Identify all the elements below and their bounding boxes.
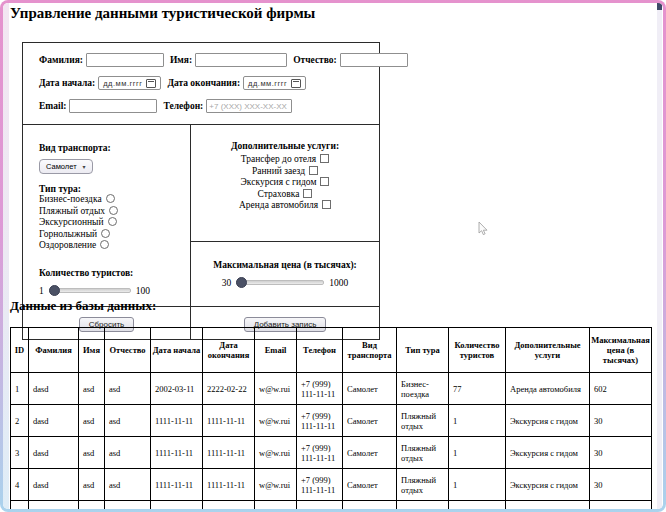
- table-cell: dasd: [29, 501, 79, 510]
- table-cell: Экскурсия с гидом: [506, 501, 590, 510]
- checkbox-icon[interactable]: [320, 177, 329, 186]
- tour-form: Фамилия: Имя: Отчество: Дата начала: дд.…: [22, 42, 380, 340]
- table-cell: +7 (999) 111-11-11: [297, 501, 343, 510]
- phone-input[interactable]: [206, 99, 292, 113]
- services-label: Дополнительные услуги:: [199, 141, 371, 151]
- lastname-input[interactable]: [86, 53, 164, 67]
- checkbox-icon[interactable]: [320, 154, 329, 163]
- date-placeholder: дд.мм.гггг: [103, 79, 142, 88]
- table-cell: +7 (999) 111-11-11: [297, 469, 343, 501]
- start-date-input[interactable]: дд.мм.гггг: [98, 76, 161, 90]
- tourists-slider-thumb[interactable]: [49, 285, 60, 296]
- price-max: 1000: [329, 278, 348, 288]
- table-cell: 2: [11, 405, 29, 437]
- table-cell: w@w.rui: [255, 501, 297, 510]
- firstname-input[interactable]: [195, 53, 287, 67]
- email-label: Email:: [39, 101, 66, 111]
- lastname-label: Фамилия:: [39, 55, 83, 65]
- tour-type-option[interactable]: Оздоровление: [39, 240, 184, 252]
- price-slider[interactable]: [236, 280, 324, 285]
- table-cell: Пляжный отдых: [397, 405, 449, 437]
- table-cell: asd: [79, 469, 105, 501]
- service-option-label: Аренда автомобиля: [239, 200, 318, 210]
- tourists-max: 100: [136, 286, 150, 296]
- calendar-icon[interactable]: [146, 79, 156, 88]
- transport-select[interactable]: Самолет ▾: [39, 159, 93, 174]
- table-cell: 1111-11-11: [203, 469, 255, 501]
- table-cell: 1111-11-11: [203, 405, 255, 437]
- radio-icon[interactable]: [109, 206, 118, 215]
- phone-label: Телефон:: [163, 101, 203, 111]
- tour-type-option[interactable]: Бизнес-поездка: [39, 194, 184, 206]
- start-date-label: Дата начала:: [39, 78, 95, 88]
- service-option[interactable]: Экскурсия с гидом: [199, 177, 371, 189]
- column-header: Максимальная цена (в тысячах): [590, 328, 652, 373]
- table-row: 4dasdasdasd1111-11-111111-11-11w@w.rui+7…: [11, 469, 652, 501]
- column-header: Дата окончания: [203, 328, 255, 373]
- radio-icon[interactable]: [108, 217, 117, 226]
- table-cell: +7 (999) 111-11-11: [297, 405, 343, 437]
- table-cell: Самолет: [343, 469, 397, 501]
- checkbox-icon[interactable]: [322, 200, 331, 209]
- radio-icon[interactable]: [106, 194, 115, 203]
- transport-selected-value: Самолет: [46, 162, 77, 171]
- column-header: Дополнительные услуги: [506, 328, 590, 373]
- transport-tourtype-section: Вид транспорта: Самолет ▾ Тип тура: Бизн…: [23, 125, 191, 306]
- column-header: Email: [255, 328, 297, 373]
- tour-type-option-label: Пляжный отдых: [39, 206, 105, 216]
- tour-type-option[interactable]: Экскурсионный: [39, 217, 184, 229]
- table-cell: dasd: [29, 373, 79, 405]
- page-title: Управление данными туристической фирмы: [10, 5, 315, 22]
- table-cell: Бизнес-поездка: [397, 373, 449, 405]
- table-cell: 1: [11, 373, 29, 405]
- table-cell: Пляжный отдых: [397, 501, 449, 510]
- service-option[interactable]: Трансфер до отеля: [199, 154, 371, 166]
- table-cell: 30: [590, 405, 652, 437]
- service-option[interactable]: Ранний заезд: [199, 166, 371, 178]
- scrollbar-thumb[interactable]: [657, 3, 662, 10]
- table-cell: w@w.rui: [255, 437, 297, 469]
- table-cell: 1111-11-11: [203, 437, 255, 469]
- column-header: Вид транспорта: [343, 328, 397, 373]
- tourists-min: 1: [39, 286, 44, 296]
- service-option[interactable]: Страховка: [199, 189, 371, 201]
- tour-type-radio-group: Бизнес-поездкаПляжный отдыхЭкскурсионный…: [39, 194, 184, 252]
- service-option[interactable]: Аренда автомобиля: [199, 200, 371, 212]
- service-option-label: Страховка: [258, 189, 300, 199]
- radio-icon[interactable]: [101, 229, 110, 238]
- table-cell: 1: [449, 469, 506, 501]
- table-cell: Экскурсия с гидом: [506, 469, 590, 501]
- email-input[interactable]: [69, 99, 157, 113]
- tourists-slider[interactable]: [49, 288, 131, 293]
- calendar-icon[interactable]: [291, 79, 301, 88]
- patronymic-input[interactable]: [340, 53, 408, 67]
- tour-type-option[interactable]: Горнолыжный: [39, 229, 184, 241]
- price-slider-block: Максимальная цена (в тысячах): 30 1000: [191, 242, 379, 306]
- tour-type-option[interactable]: Пляжный отдых: [39, 206, 184, 218]
- chevron-down-icon: ▾: [83, 163, 86, 170]
- table-cell: 1111-11-11: [151, 501, 203, 510]
- radio-icon[interactable]: [100, 240, 109, 249]
- checkbox-icon[interactable]: [303, 189, 312, 198]
- patronymic-label: Отчество:: [293, 55, 337, 65]
- checkbox-icon[interactable]: [309, 166, 318, 175]
- scrollbar-track[interactable]: [657, 3, 662, 509]
- page: Управление данными туристической фирмы Ф…: [3, 3, 663, 509]
- table-cell: 3: [11, 437, 29, 469]
- personal-data-section: Фамилия: Имя: Отчество: Дата начала: дд.…: [23, 43, 379, 125]
- tourists-slider-block: Количество туристов: 1 100: [39, 262, 184, 298]
- table-cell: 30: [590, 469, 652, 501]
- price-slider-thumb[interactable]: [236, 277, 247, 288]
- table-body: 1dasdasdasd2002-03-112222-02-22w@w.rui+7…: [11, 373, 652, 510]
- tour-type-option-label: Горнолыжный: [39, 229, 97, 239]
- table-cell: 4: [11, 469, 29, 501]
- table-cell: asd: [79, 373, 105, 405]
- services-section: Дополнительные услуги: Трансфер до отеля…: [191, 125, 379, 242]
- tour-type-option-label: Экскурсионный: [39, 217, 104, 227]
- table-cell: Аренда автомобиля: [506, 373, 590, 405]
- table-cell: 1111-11-11: [151, 405, 203, 437]
- table-cell: asd: [105, 405, 151, 437]
- table-cell: 30: [590, 437, 652, 469]
- end-date-input[interactable]: дд.мм.гггг: [243, 76, 306, 90]
- table-cell: 1111-11-11: [151, 469, 203, 501]
